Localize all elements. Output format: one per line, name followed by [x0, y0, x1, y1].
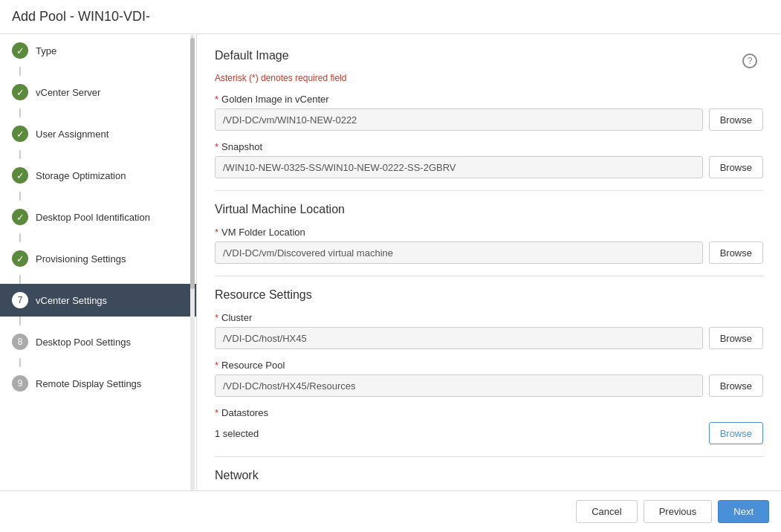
cluster-input[interactable]: [215, 327, 703, 349]
section-title-network: Network: [215, 469, 763, 487]
divider-3: [215, 456, 763, 457]
step-number-9: 9: [12, 375, 28, 392]
footer: Cancel Previous Next: [0, 490, 781, 532]
content-area: Default Image Asterisk (*) denotes requi…: [197, 34, 781, 490]
sidebar-item-type[interactable]: ✓ Type: [0, 34, 196, 67]
sidebar-connector-5: [19, 233, 21, 242]
divider-1: [215, 190, 763, 191]
sidebar-label-remote-display-settings: Remote Display Settings: [36, 378, 141, 389]
main-window: Add Pool - WIN10-VDI- ✓ Type ✓ vCenter S…: [0, 0, 781, 532]
resource-pool-input[interactable]: [215, 374, 703, 397]
field-row-datastores: 1 selected Browse: [215, 422, 763, 444]
label-text-golden-image: Golden Image in vCenter: [221, 94, 329, 105]
title-bar: Add Pool - WIN10-VDI-: [0, 0, 781, 34]
sidebar-label-vcenter-settings: vCenter Settings: [36, 295, 107, 306]
step-complete-icon-6: ✓: [12, 250, 28, 267]
section-title-vm-location: Virtual Machine Location: [215, 203, 763, 221]
section-resource-settings: Resource Settings * Cluster Browse: [215, 288, 763, 444]
snapshot-input[interactable]: [215, 156, 703, 178]
step-number-8: 8: [12, 334, 28, 350]
step-complete-icon-2: ✓: [12, 84, 28, 100]
window-title: Add Pool - WIN10-VDI-: [12, 9, 150, 24]
sidebar-item-provisioning-settings[interactable]: ✓ Provisioning Settings: [0, 242, 196, 275]
sidebar-connector-4: [19, 192, 21, 201]
field-group-datastores: * Datastores 1 selected Browse: [215, 407, 763, 444]
required-star-resource-pool: *: [215, 360, 218, 371]
datastores-selected-text: 1 selected: [215, 424, 703, 444]
sidebar: ✓ Type ✓ vCenter Server ✓ User Assignmen…: [0, 34, 197, 490]
step-complete-icon-1: ✓: [12, 42, 28, 59]
field-label-cluster: * Cluster: [215, 312, 763, 323]
snapshot-browse-btn[interactable]: Browse: [709, 156, 763, 178]
step-complete-icon-4: ✓: [12, 167, 28, 184]
sidebar-scrollbar[interactable]: [190, 34, 195, 490]
field-row-snapshot: Browse: [215, 156, 763, 178]
field-group-golden-image: * Golden Image in vCenter Browse: [215, 94, 763, 131]
resource-pool-browse-btn[interactable]: Browse: [709, 374, 763, 397]
label-text-resource-pool: Resource Pool: [221, 360, 285, 371]
label-text-snapshot: Snapshot: [221, 141, 262, 152]
sidebar-label-storage-optimization: Storage Optimization: [36, 170, 126, 181]
divider-2: [215, 276, 763, 276]
sidebar-item-user-assignment[interactable]: ✓ User Assignment: [0, 117, 196, 150]
vm-folder-input[interactable]: [215, 241, 703, 264]
section-title-default-image: Default Image: [215, 49, 763, 67]
golden-image-browse-btn[interactable]: Browse: [709, 108, 763, 131]
section-title-resource-settings: Resource Settings: [215, 288, 763, 306]
field-label-snapshot: * Snapshot: [215, 141, 763, 152]
sidebar-item-vcenter-settings[interactable]: 7 vCenter Settings: [0, 284, 196, 317]
sidebar-connector-7: [19, 317, 21, 325]
cluster-browse-btn[interactable]: Browse: [709, 327, 763, 349]
field-row-resource-pool: Browse: [215, 374, 763, 397]
field-group-cluster: * Cluster Browse: [215, 312, 763, 349]
sidebar-connector-8: [19, 358, 21, 367]
sidebar-connector-6: [19, 275, 21, 284]
main-content: ✓ Type ✓ vCenter Server ✓ User Assignmen…: [0, 34, 781, 490]
required-star-cluster: *: [215, 312, 218, 323]
field-label-vm-folder: * VM Folder Location: [215, 227, 763, 238]
required-star-datastores: *: [215, 407, 218, 418]
step-complete-icon-3: ✓: [12, 126, 28, 142]
field-row-cluster: Browse: [215, 327, 763, 349]
vm-folder-browse-btn[interactable]: Browse: [709, 241, 763, 264]
sidebar-scrollbar-thumb[interactable]: [190, 38, 195, 289]
sidebar-connector-3: [19, 150, 21, 159]
sidebar-item-storage-optimization[interactable]: ✓ Storage Optimization: [0, 159, 196, 192]
required-star-vm-folder: *: [215, 227, 218, 238]
label-text-datastores: Datastores: [221, 407, 268, 418]
cancel-button[interactable]: Cancel: [576, 500, 637, 523]
required-star-golden-image: *: [215, 94, 218, 105]
sidebar-label-vcenter-server: vCenter Server: [36, 87, 100, 98]
field-row-vm-folder: Browse: [215, 241, 763, 264]
next-button[interactable]: Next: [718, 500, 769, 523]
sidebar-item-desktop-pool-settings[interactable]: 8 Desktop Pool Settings: [0, 325, 196, 358]
field-group-snapshot: * Snapshot Browse: [215, 141, 763, 178]
section-network: Network: [215, 469, 763, 487]
help-icon[interactable]: ?: [742, 53, 757, 68]
step-complete-icon-5: ✓: [12, 209, 28, 225]
sidebar-label-desktop-pool-identification: Desktop Pool Identification: [36, 212, 150, 223]
sidebar-item-vcenter-server[interactable]: ✓ vCenter Server: [0, 76, 196, 108]
previous-button[interactable]: Previous: [644, 500, 713, 523]
sidebar-label-provisioning-settings: Provisioning Settings: [36, 253, 126, 265]
sidebar-label-user-assignment: User Assignment: [36, 129, 108, 140]
sidebar-connector-1: [19, 67, 21, 76]
section-vm-location: Virtual Machine Location * VM Folder Loc…: [215, 203, 763, 264]
sidebar-label-type: Type: [36, 45, 56, 56]
sidebar-label-desktop-pool-settings: Desktop Pool Settings: [36, 337, 131, 348]
datastores-browse-btn[interactable]: Browse: [709, 422, 763, 444]
required-note: Asterisk (*) denotes required field: [215, 73, 763, 83]
content-wrapper: ? Default Image Asterisk (*) denotes req…: [197, 34, 781, 490]
required-star-snapshot: *: [215, 141, 218, 152]
label-text-vm-folder: VM Folder Location: [221, 227, 305, 238]
field-label-resource-pool: * Resource Pool: [215, 360, 763, 371]
sidebar-item-desktop-pool-identification[interactable]: ✓ Desktop Pool Identification: [0, 201, 196, 233]
field-row-golden-image: Browse: [215, 108, 763, 131]
sidebar-connector-2: [19, 108, 21, 117]
field-group-vm-folder: * VM Folder Location Browse: [215, 227, 763, 264]
sidebar-item-remote-display-settings[interactable]: 9 Remote Display Settings: [0, 367, 196, 400]
golden-image-input[interactable]: [215, 108, 703, 131]
field-label-datastores: * Datastores: [215, 407, 763, 418]
label-text-cluster: Cluster: [221, 312, 252, 323]
field-group-resource-pool: * Resource Pool Browse: [215, 360, 763, 397]
